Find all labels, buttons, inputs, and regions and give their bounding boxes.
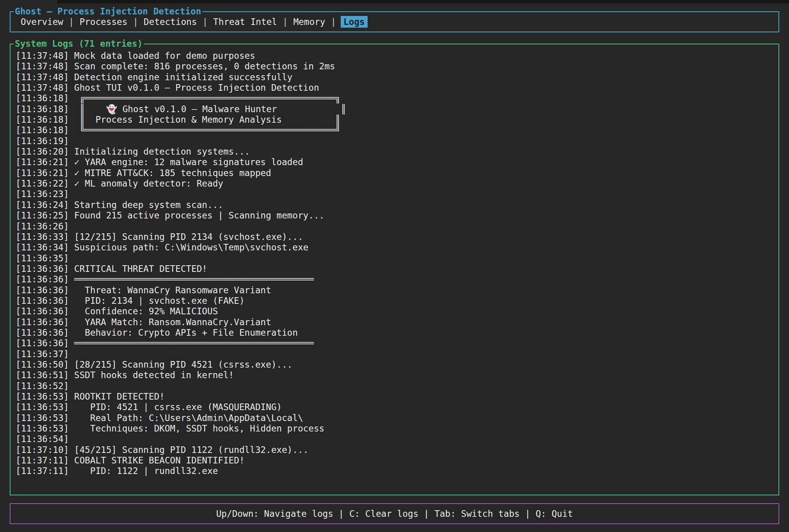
log-line: [11:36:25] Found 215 active processes | … xyxy=(16,210,775,221)
log-line: [11:36:18] ║ 👻 Ghost v0.1.0 — Malware Hu… xyxy=(16,104,775,115)
log-line: [11:37:10] [45/215] Scanning PID 1122 (r… xyxy=(16,445,775,455)
log-line: [11:37:48] Mock data loaded for demo pur… xyxy=(16,51,775,61)
tab-memory[interactable]: Memory xyxy=(292,16,326,28)
tab-separator: | xyxy=(69,17,74,27)
window-top-edge xyxy=(57,0,789,4)
log-line: [11:36:36] Threat: WannaCry Ransomware V… xyxy=(16,285,775,296)
log-line: [11:36:36] ═════════════════════════════… xyxy=(16,274,775,285)
log-line: [11:37:11] PID: 1122 | rundll32.exe xyxy=(16,466,775,476)
tab-detections[interactable]: Detections xyxy=(143,16,198,28)
terminal-screen: { "window": { "title": "Ghost — Process … xyxy=(0,0,789,532)
tab-bar: Overview | Processes | Detections | Thre… xyxy=(11,12,778,32)
log-line: [11:36:33] [12/215] Scanning PID 2134 (s… xyxy=(16,232,775,242)
log-line: [11:37:11] COBALT STRIKE BEACON IDENTIFI… xyxy=(16,455,775,466)
tab-separator: | xyxy=(283,17,288,27)
log-line: [11:36:36] YARA Match: Ransom.WannaCry.V… xyxy=(16,317,775,328)
log-line: [11:36:23] xyxy=(16,189,775,199)
log-list[interactable]: [11:37:48] Mock data loaded for demo pur… xyxy=(11,44,778,495)
log-line: [11:36:52] xyxy=(16,381,775,391)
tab-processes[interactable]: Processes xyxy=(79,16,128,28)
tab-separator: | xyxy=(202,17,208,27)
log-line: [11:36:26] xyxy=(16,221,775,232)
log-line: [11:36:21] ✓ MITRE ATT&CK: 185 technique… xyxy=(16,168,775,178)
log-line: [11:36:24] Starting deep system scan... xyxy=(16,200,775,210)
log-line: [11:36:54] xyxy=(16,434,775,444)
log-line: [11:36:53] Real Path: C:\Users\Admin\App… xyxy=(16,413,775,423)
log-line: [11:36:36] ═════════════════════════════… xyxy=(16,338,775,349)
log-line: [11:36:53] PID: 4521 | csrss.exe (MASQUE… xyxy=(16,402,775,412)
keybinding-help-text: Up/Down: Navigate logs | C: Clear logs |… xyxy=(11,504,778,523)
log-line: [11:36:18] ╔════════════════════════════… xyxy=(16,93,775,104)
log-line: [11:36:22] ✓ ML anomaly detector: Ready xyxy=(16,178,775,189)
tab-overview[interactable]: Overview xyxy=(20,16,64,28)
tab-threat-intel[interactable]: Threat Intel xyxy=(212,16,278,28)
log-line: [11:36:37] xyxy=(16,349,775,359)
tab-logs-active[interactable]: Logs xyxy=(341,16,368,28)
log-line: [11:36:19] xyxy=(16,136,775,146)
system-logs-panel: System Logs (71 entries) [11:37:48] Mock… xyxy=(10,44,779,495)
log-line: [11:36:36] Behavior: Crypto APIs + File … xyxy=(16,328,775,338)
log-line: [11:36:21] ✓ YARA engine: 12 malware sig… xyxy=(16,157,775,167)
tab-separator: | xyxy=(331,17,336,27)
log-line: [11:37:48] Ghost TUI v0.1.0 — Process In… xyxy=(16,83,775,93)
log-line: [11:36:36] CRITICAL THREAT DETECTED! xyxy=(16,264,775,274)
header-panel: Ghost — Process Injection Detection Over… xyxy=(10,11,779,32)
log-line: [11:36:53] Techniques: DKOM, SSDT hooks,… xyxy=(16,423,775,434)
log-line: [11:36:36] Confidence: 92% MALICIOUS xyxy=(16,306,775,317)
log-line: [11:36:51] SSDT hooks detected in kernel… xyxy=(16,370,775,381)
log-line: [11:37:48] Detection engine initialized … xyxy=(16,72,775,83)
tab-separator: | xyxy=(133,17,138,27)
log-line: [11:36:20] Initializing detection system… xyxy=(16,146,775,157)
log-line: [11:36:18] ║ Process Injection & Memory … xyxy=(16,115,775,125)
log-line: [11:36:50] [28/215] Scanning PID 4521 (c… xyxy=(16,359,775,370)
log-line: [11:36:35] xyxy=(16,253,775,264)
log-line: [11:37:48] Scan complete: 816 processes,… xyxy=(16,61,775,72)
status-bar: Up/Down: Navigate logs | C: Clear logs |… xyxy=(10,503,779,524)
log-line: [11:36:36] PID: 2134 | svchost.exe (FAKE… xyxy=(16,296,775,306)
log-line: [11:36:53] ROOTKIT DETECTED! xyxy=(16,391,775,402)
log-line: [11:36:18] ╚════════════════════════════… xyxy=(16,125,775,136)
log-line: [11:36:34] Suspicious path: C:\Windows\T… xyxy=(16,242,775,253)
